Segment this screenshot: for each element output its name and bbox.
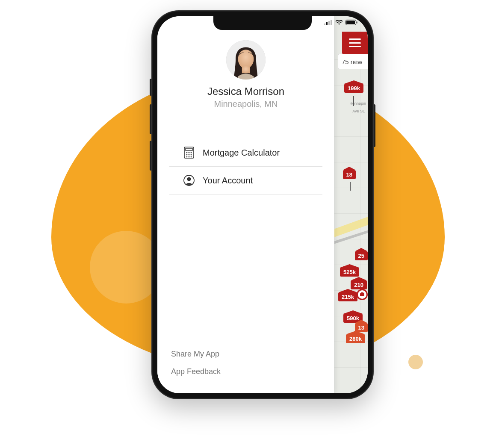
svg-point-15 bbox=[189, 152, 190, 153]
phone-screen: Hennepin Ave SE 199k 18 25 525k 210 215k… bbox=[157, 16, 368, 393]
phone-mockup: Hennepin Ave SE 199k 18 25 525k 210 215k… bbox=[151, 10, 374, 399]
svg-point-14 bbox=[186, 152, 188, 153]
svg-rect-7 bbox=[360, 293, 364, 296]
wifi-icon bbox=[335, 20, 343, 25]
decorative-dot bbox=[408, 355, 423, 369]
svg-point-18 bbox=[189, 154, 190, 156]
profile-header: Jessica Morrison Minneapolis, MN bbox=[157, 16, 334, 109]
phone-shadow bbox=[141, 410, 385, 436]
menu-item-mortgage-calculator[interactable]: Mortgage Calculator bbox=[169, 139, 322, 167]
svg-rect-5 bbox=[346, 21, 355, 24]
svg-point-19 bbox=[191, 154, 192, 156]
svg-rect-1 bbox=[326, 22, 328, 25]
map-background[interactable]: Hennepin Ave SE 199k 18 25 525k 210 215k… bbox=[334, 16, 368, 393]
price-pin[interactable]: 210 bbox=[351, 280, 367, 289]
price-pin[interactable]: 525k bbox=[340, 268, 359, 277]
svg-rect-2 bbox=[328, 21, 330, 25]
menu-item-label: Mortgage Calculator bbox=[203, 148, 280, 158]
status-bar bbox=[324, 20, 357, 25]
svg-rect-3 bbox=[331, 20, 332, 25]
phone-notch bbox=[213, 16, 312, 30]
map-point-icon[interactable] bbox=[357, 289, 368, 300]
profile-location: Minneapolis, MN bbox=[157, 99, 334, 109]
svg-point-10 bbox=[238, 50, 254, 68]
share-app-link[interactable]: Share My App bbox=[171, 345, 321, 363]
menu-item-your-account[interactable]: Your Account bbox=[169, 167, 322, 195]
cellular-signal-icon bbox=[324, 20, 333, 25]
svg-point-20 bbox=[186, 156, 188, 158]
profile-name: Jessica Morrison bbox=[157, 85, 334, 97]
navigation-drawer: Jessica Morrison Minneapolis, MN bbox=[157, 16, 334, 393]
price-pin[interactable]: 25 bbox=[355, 251, 368, 260]
calculator-icon bbox=[183, 147, 195, 159]
drawer-footer: Share My App App Feedback bbox=[157, 345, 334, 393]
svg-rect-13 bbox=[186, 148, 192, 150]
pin-stick bbox=[353, 96, 354, 106]
avatar[interactable] bbox=[226, 40, 266, 80]
map-street-label: Hennepin bbox=[349, 102, 366, 106]
price-pin[interactable]: 13 bbox=[355, 323, 368, 332]
svg-rect-0 bbox=[324, 24, 325, 25]
account-icon bbox=[183, 174, 195, 186]
svg-point-17 bbox=[186, 154, 188, 156]
svg-rect-8 bbox=[361, 292, 363, 294]
svg-point-22 bbox=[191, 156, 192, 158]
hamburger-icon bbox=[349, 38, 361, 47]
svg-point-24 bbox=[187, 177, 191, 181]
app-feedback-link[interactable]: App Feedback bbox=[171, 363, 321, 380]
new-listings-count: 75 new bbox=[342, 58, 362, 65]
new-listings-bar[interactable]: 75 new bbox=[338, 54, 368, 69]
price-pin[interactable]: 280k bbox=[346, 334, 365, 343]
drawer-menu: Mortgage Calculator Your Account bbox=[157, 139, 334, 195]
price-pin[interactable]: 199k bbox=[344, 84, 363, 93]
hamburger-menu-button[interactable] bbox=[342, 32, 368, 54]
svg-point-16 bbox=[191, 152, 192, 153]
svg-rect-11 bbox=[242, 66, 250, 74]
svg-point-21 bbox=[189, 156, 190, 158]
menu-item-label: Your Account bbox=[203, 176, 253, 186]
price-pin[interactable]: 215k bbox=[338, 292, 357, 301]
price-pin[interactable]: 18 bbox=[343, 170, 356, 179]
map-road bbox=[334, 212, 368, 239]
pin-stick bbox=[350, 182, 351, 191]
map-street-label: Ave SE bbox=[352, 109, 365, 114]
svg-rect-6 bbox=[357, 21, 357, 24]
battery-icon bbox=[345, 20, 357, 25]
